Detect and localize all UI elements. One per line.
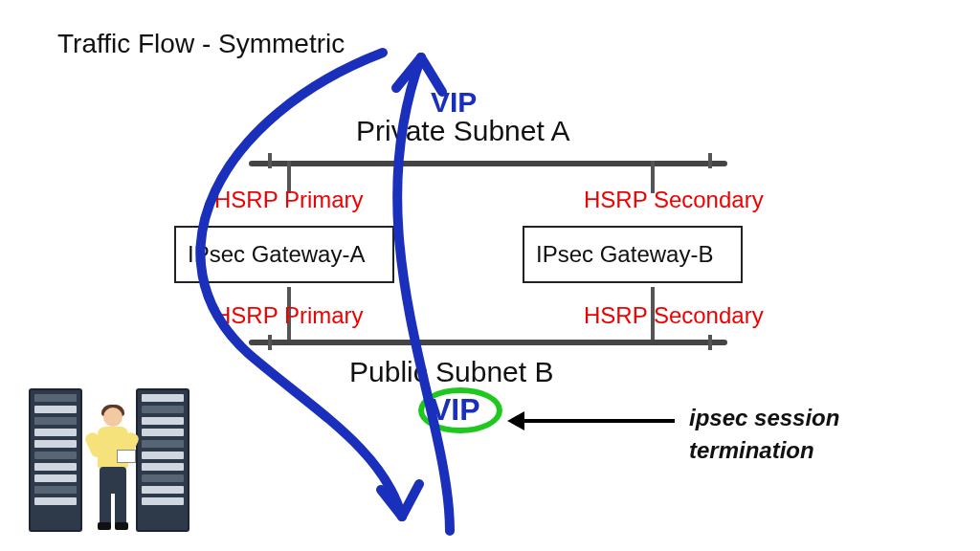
hsrp-label-b-upper: HSRP Secondary xyxy=(584,187,764,213)
annotation-line2: termination xyxy=(689,437,814,463)
bus-tick xyxy=(268,335,272,350)
hsrp-label-a-lower: HSRP Primary xyxy=(214,302,364,329)
bus-tick xyxy=(268,153,272,168)
subnet-a-bus xyxy=(249,161,727,166)
bus-tick xyxy=(708,153,712,168)
private-subnet-label: Private Subnet A xyxy=(356,115,569,147)
annotation-text: ipsec session termination xyxy=(689,402,839,466)
diagram-title: Traffic Flow - Symmetric xyxy=(57,29,345,59)
person-icon xyxy=(90,408,136,534)
hsrp-label-a-upper: HSRP Primary xyxy=(214,187,364,213)
vip-label-bottom: VIP xyxy=(431,392,480,428)
public-subnet-label: Public Subnet B xyxy=(349,356,553,388)
hsrp-label-b-lower: HSRP Secondary xyxy=(584,302,764,329)
server-rack-icon xyxy=(136,388,189,532)
ipsec-gateway-b-label: IPsec Gateway-B xyxy=(536,241,713,267)
bus-tick xyxy=(708,335,712,350)
server-rack-icon xyxy=(29,388,82,532)
annotation-line1: ipsec session xyxy=(689,405,839,430)
annotation-arrow xyxy=(522,419,675,423)
ipsec-gateway-a-box: IPsec Gateway-A xyxy=(174,226,394,283)
server-racks-illustration xyxy=(29,383,191,536)
annotation-arrow-head xyxy=(507,411,524,430)
ipsec-gateway-a-label: IPsec Gateway-A xyxy=(188,241,365,267)
vip-label-top: VIP xyxy=(431,86,477,119)
subnet-b-bus xyxy=(249,340,727,345)
ipsec-gateway-b-box: IPsec Gateway-B xyxy=(523,226,743,283)
